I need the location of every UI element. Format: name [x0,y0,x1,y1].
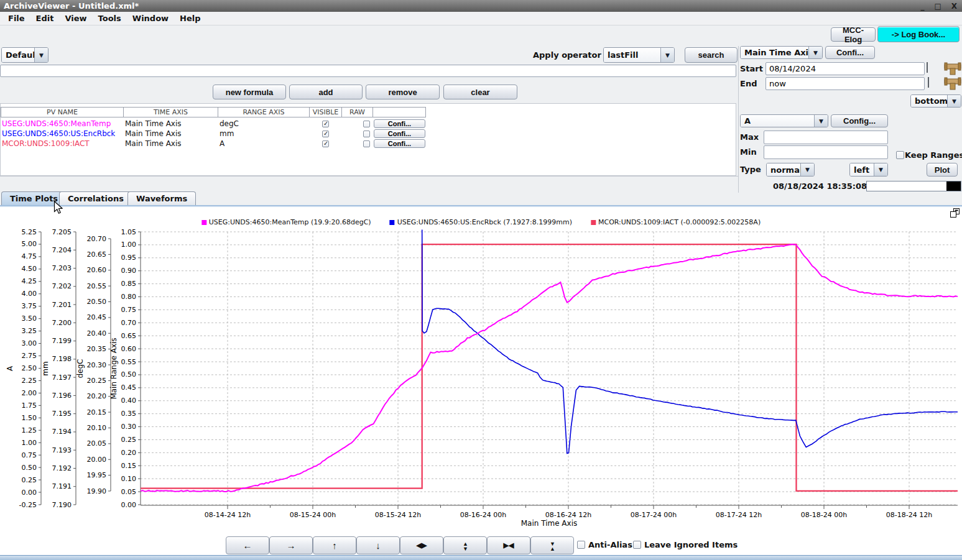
svg-text:5.25: 5.25 [22,228,37,236]
svg-text:5.00: 5.00 [22,240,37,248]
svg-text:0.85: 0.85 [121,280,137,288]
raw-checkbox[interactable] [363,131,370,137]
pv-config-button[interactable]: Confi... [374,139,425,148]
calendar-icon[interactable] [928,77,929,88]
axis-position-combobox[interactable]: bottom ▼ [910,94,961,108]
svg-text:7.199: 7.199 [52,337,72,345]
range-axis-combobox[interactable]: A ▼ [740,114,828,127]
maximize-icon[interactable]: □ [934,2,941,11]
pv-config-button[interactable]: Confi... [374,129,425,138]
pipe-tee-icon[interactable] [944,76,961,93]
svg-text:7.196: 7.196 [52,392,72,400]
table-row[interactable]: USEG:UNDS:4650:US:EncRbck Main Time Axis… [1,129,736,139]
tab-waveforms[interactable]: Waveforms [127,191,196,205]
svg-text:0.20: 0.20 [121,449,137,457]
chevron-down-icon[interactable]: ▼ [800,163,814,176]
preset-combobox[interactable]: Default ▼ [1,47,49,63]
keep-ranges-checkbox[interactable] [896,151,904,159]
operator-combobox[interactable]: lastFill ▼ [603,47,675,63]
pv-time-axis: Main Time Axis [125,129,182,138]
svg-text:4.50: 4.50 [22,265,37,273]
type-combobox[interactable]: normal ▼ [766,163,815,177]
plot-canvas[interactable]: 5.255.004.754.504.254.003.753.503.253.00… [0,207,962,555]
detach-plot-icon[interactable] [950,208,960,220]
chevron-down-icon[interactable]: ▼ [808,47,822,58]
zoom-out-vertical-button[interactable]: ▲▼ [443,536,487,554]
raw-checkbox[interactable] [363,121,370,127]
chevron-down-icon[interactable]: ▼ [34,48,48,62]
max-input[interactable] [764,131,888,144]
pan-left-button[interactable]: ← [226,536,269,554]
chevron-down-icon[interactable]: ▼ [814,115,828,127]
svg-text:1.00: 1.00 [121,241,137,249]
v-collapse-icon: ▼▲ [550,541,555,551]
close-icon[interactable]: X [951,2,957,11]
column-header[interactable]: RAW [341,107,373,117]
svg-text:20.30: 20.30 [87,361,107,369]
column-header[interactable]: PV NAME [1,107,124,117]
search-button[interactable]: search [685,47,738,63]
visible-checkbox[interactable] [322,140,329,147]
add-button[interactable]: add [289,85,363,99]
chevron-down-icon[interactable]: ▼ [874,163,887,176]
menu-edit[interactable]: Edit [30,12,60,24]
svg-text:0.60: 0.60 [121,345,137,353]
plot-button[interactable]: Plot [927,163,958,177]
menu-tools[interactable]: Tools [93,12,127,24]
min-label: Min [740,147,757,157]
svg-text:0.90: 0.90 [121,267,137,275]
svg-text:0.75: 0.75 [121,306,137,314]
svg-text:7.201: 7.201 [52,301,72,309]
menu-bar: File Edit View Tools Window Help [0,12,962,25]
raw-checkbox[interactable] [363,140,370,147]
chevron-down-icon[interactable]: ▼ [660,48,674,62]
pan-up-button[interactable]: ↑ [313,536,356,554]
calendar-icon[interactable] [927,62,928,73]
column-header[interactable]: TIME AXIS [123,107,218,117]
end-date-input[interactable] [765,77,925,90]
query-input[interactable] [0,65,736,77]
mcc-elog-button[interactable]: MCC-Elog [831,27,876,42]
svg-text:08-16-24 00h: 08-16-24 00h [460,511,506,519]
time-axis-config-button[interactable]: Confi... [825,46,875,59]
zoom-out-horizontal-button[interactable]: ◀▶ [400,536,443,554]
svg-text:20.35: 20.35 [87,345,107,353]
menu-view[interactable]: View [59,12,92,24]
start-date-input[interactable] [765,62,925,75]
visible-checkbox[interactable] [322,131,329,137]
side-combobox[interactable]: left ▼ [849,163,888,177]
log-book-button[interactable]: -> Log Book... [877,26,960,42]
chevron-down-icon[interactable]: ▼ [947,95,961,107]
remove-button[interactable]: remove [366,85,440,99]
zoom-in-vertical-button[interactable]: ▼▲ [530,536,574,554]
table-row[interactable]: MCOR:UNDS:1009:IACT Main Time Axis A Con… [1,139,736,149]
pipe-tee-icon[interactable] [944,61,961,78]
zoom-in-horizontal-button[interactable]: ▶◀ [487,536,530,554]
column-header[interactable]: RANGE AXIS [218,107,310,117]
pv-config-button[interactable]: Confi... [374,119,425,128]
tab-correlations[interactable]: Correlations [59,191,132,205]
svg-text:08-15-24 12h: 08-15-24 12h [375,511,421,519]
visible-checkbox[interactable] [322,121,329,127]
menu-help[interactable]: Help [174,12,206,24]
table-row[interactable]: USEG:UNDS:4650:MeanTemp Main Time Axis d… [1,119,736,129]
title-bar: ArchiveViewer - Untitled.xml* _ □ X [0,0,962,12]
svg-text:7.190: 7.190 [52,501,72,509]
svg-text:08-18-24 00h: 08-18-24 00h [801,511,847,519]
menu-file[interactable]: File [2,12,30,24]
range-axis-config-button[interactable]: Config... [831,114,888,127]
minimize-icon[interactable]: _ [920,2,924,11]
svg-text:3.50: 3.50 [22,314,37,323]
new-formula-button[interactable]: new formula [213,85,286,99]
leave-ignored-checkbox[interactable] [633,541,641,549]
pan-down-button[interactable]: ↓ [356,536,400,554]
pan-right-button[interactable]: → [269,536,313,554]
svg-text:1.00: 1.00 [22,439,37,447]
min-input[interactable] [764,145,888,159]
menu-window[interactable]: Window [127,12,174,24]
column-header[interactable]: VISIBLE [309,107,342,117]
clear-button[interactable]: clear [443,85,517,99]
anti-alias-checkbox[interactable] [577,541,585,549]
time-axis-combobox[interactable]: Main Time Axis ▼ [740,46,823,59]
svg-text:2.75: 2.75 [22,352,37,360]
